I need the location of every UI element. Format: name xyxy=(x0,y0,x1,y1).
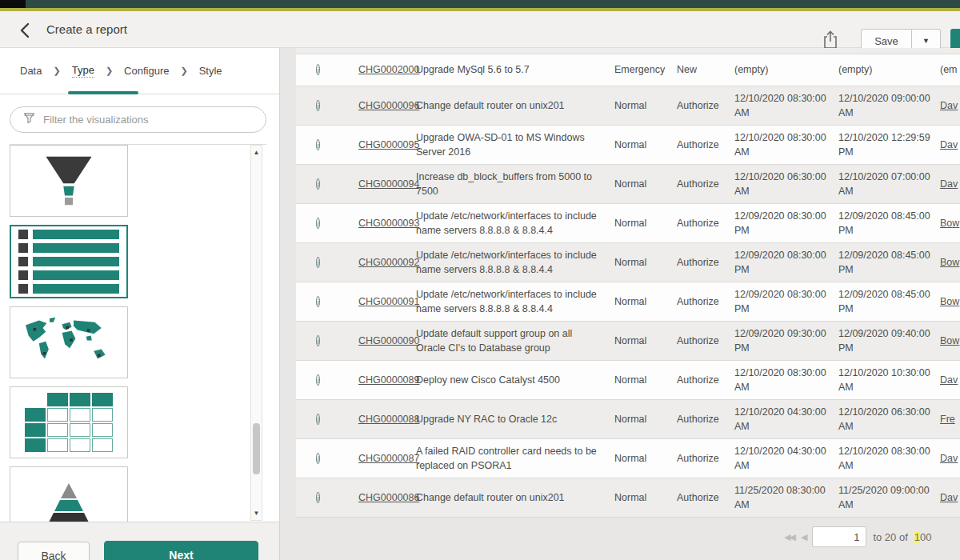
short-description-cell: Increase db_block_buffers from 5000 to 7… xyxy=(416,170,614,198)
end-date-cell: 12/10/2020 10:30:00 AM xyxy=(838,366,940,394)
priority-cell: Normal xyxy=(614,373,677,387)
table-row[interactable]: i CHG0000094 Increase db_block_buffers f… xyxy=(296,165,960,204)
table-row[interactable]: i CHG0002000 Upgrade MySql 5.6 to 5.7 Em… xyxy=(296,54,960,86)
assignee-link[interactable]: Dav xyxy=(940,453,958,464)
next-button[interactable]: Next xyxy=(104,541,258,560)
breadcrumb-step-style[interactable]: Style xyxy=(199,65,222,77)
info-circle-icon[interactable]: i xyxy=(316,296,320,307)
assignee-link[interactable]: Dav xyxy=(940,178,958,190)
start-date-cell: 11/25/2020 08:30:00 AM xyxy=(734,483,838,512)
start-date-cell: 12/10/2020 08:30:00 AM xyxy=(734,91,838,120)
breadcrumb-step-data[interactable]: Data xyxy=(20,65,42,77)
page-number-input[interactable] xyxy=(812,526,866,547)
end-date-cell: 12/09/2020 09:40:00 PM xyxy=(838,326,940,355)
viz-thumb-pyramid[interactable] xyxy=(10,466,128,522)
pagination-total: 100 xyxy=(914,531,932,543)
assignee-link[interactable]: Dav xyxy=(940,492,958,503)
short-description-cell: Update /etc/network/interfaces to includ… xyxy=(416,209,614,238)
change-number-link[interactable]: CHG0000090 xyxy=(358,335,419,346)
state-cell: Authorize xyxy=(677,216,734,230)
scroll-down-icon[interactable]: ▼ xyxy=(251,510,262,517)
priority-cell: Normal xyxy=(614,294,677,309)
viz-thumb-heatmap[interactable] xyxy=(10,386,128,458)
change-number-link[interactable]: CHG0000087 xyxy=(358,453,419,464)
viz-thumb-map[interactable] xyxy=(10,306,128,378)
assignee-link[interactable]: Bow xyxy=(940,335,959,346)
info-circle-icon[interactable]: i xyxy=(316,139,320,150)
back-chevron-icon[interactable] xyxy=(16,21,35,40)
info-circle-icon[interactable]: i xyxy=(316,257,320,268)
viz-thumb-list[interactable] xyxy=(10,225,128,298)
assignee-link[interactable]: Dav xyxy=(940,139,958,150)
assignee-link[interactable]: Bow xyxy=(940,257,959,268)
short-description-cell: A failed RAID controller card needs to b… xyxy=(416,444,614,473)
table-row[interactable]: i CHG0000092 Update /etc/network/interfa… xyxy=(296,243,960,282)
start-date-cell: 12/10/2020 04:30:00 AM xyxy=(734,405,838,434)
change-number-link[interactable]: CHG0000086 xyxy=(358,492,419,503)
priority-cell: Normal xyxy=(614,216,677,230)
page-title: Create a report xyxy=(46,22,127,36)
change-number-link[interactable]: CHG0000088 xyxy=(358,414,419,425)
table-row[interactable]: i CHG0000086 Change default router on un… xyxy=(296,478,960,518)
change-number-link[interactable]: CHG0000092 xyxy=(358,257,419,268)
end-date-cell: 11/25/2020 09:00:00 AM xyxy=(838,483,940,512)
info-circle-icon[interactable]: i xyxy=(316,100,320,111)
change-number-link[interactable]: CHG0000091 xyxy=(358,296,419,307)
end-date-cell: 12/09/2020 08:45:00 PM xyxy=(838,248,940,277)
info-circle-icon[interactable]: i xyxy=(316,218,320,229)
table-row[interactable]: i CHG0000093 Update /etc/network/interfa… xyxy=(296,204,960,243)
scrollbar-thumb[interactable] xyxy=(253,423,260,474)
short-description-cell: Update /etc/network/interfaces to includ… xyxy=(416,287,614,316)
table-row[interactable]: i CHG0000095 Upgrade OWA-SD-01 to MS Win… xyxy=(296,126,960,165)
end-date-cell: 12/10/2020 07:00:00 AM xyxy=(838,170,940,198)
change-number-link[interactable]: CHG0000094 xyxy=(358,178,419,190)
info-circle-icon[interactable]: i xyxy=(316,414,320,425)
change-number-link[interactable]: CHG0000093 xyxy=(358,218,419,229)
sidebar-scrollbar[interactable]: ▲ ▼ xyxy=(250,145,262,521)
info-circle-icon[interactable]: i xyxy=(316,492,320,503)
assignee-link[interactable]: Bow xyxy=(940,296,959,307)
short-description-cell: Update /etc/network/interfaces to includ… xyxy=(416,248,614,277)
scroll-up-icon[interactable]: ▲ xyxy=(251,149,262,156)
start-date-cell: 12/10/2020 04:30:00 AM xyxy=(734,444,838,473)
change-number-link[interactable]: CHG0002000 xyxy=(358,64,419,75)
table-row[interactable]: i CHG0000091 Update /etc/network/interfa… xyxy=(296,282,960,322)
breadcrumb-step-type[interactable]: Type xyxy=(72,64,94,78)
assignee-link[interactable]: Dav xyxy=(940,374,958,386)
info-circle-icon[interactable]: i xyxy=(316,64,320,75)
pagination-range-label: to 20 of xyxy=(873,531,907,543)
table-row[interactable]: i CHG0000089 Deploy new Cisco Catalyst 4… xyxy=(296,361,960,400)
list-chart-icon xyxy=(18,230,119,294)
short-description-cell: Deploy new Cisco Catalyst 4500 xyxy=(416,373,614,387)
info-circle-icon[interactable]: i xyxy=(316,453,320,464)
visualization-filter-input[interactable] xyxy=(43,114,243,126)
info-circle-icon[interactable]: i xyxy=(316,335,320,346)
end-date-cell: 12/10/2020 08:30:00 AM xyxy=(838,444,940,473)
pyramid-chart-icon xyxy=(29,478,109,522)
viz-thumb-funnel[interactable] xyxy=(10,145,128,217)
change-number-link[interactable]: CHG0000089 xyxy=(358,374,419,386)
heatmap-chart-icon xyxy=(25,393,113,452)
previous-page-icon[interactable]: ◀ xyxy=(801,532,806,542)
table-row[interactable]: i CHG0000087 A failed RAID controller ca… xyxy=(296,439,960,478)
short-description-cell: Upgrade OWA-SD-01 to MS Windows Server 2… xyxy=(416,130,614,159)
back-button[interactable]: Back xyxy=(18,542,90,560)
table-row[interactable]: i CHG0000088 Upgrade NY RAC to Oracle 12… xyxy=(296,400,960,439)
assignee-link[interactable]: Fre xyxy=(940,414,955,425)
active-step-indicator xyxy=(68,91,138,94)
info-circle-icon[interactable]: i xyxy=(316,374,320,386)
state-cell: Authorize xyxy=(677,373,734,387)
breadcrumb-step-configure[interactable]: Configure xyxy=(124,65,169,77)
change-number-link[interactable]: CHG0000095 xyxy=(358,139,419,150)
assignee-link[interactable]: Bow xyxy=(940,218,959,229)
report-type-sidebar: Data ❯ Type ❯ Configure ❯ Style xyxy=(0,48,280,560)
table-row[interactable]: i CHG0000096 Change default router on un… xyxy=(296,86,960,126)
priority-cell: Normal xyxy=(614,98,677,113)
change-number-link[interactable]: CHG0000096 xyxy=(358,100,419,111)
assignee-link[interactable]: Dav xyxy=(940,100,958,111)
info-circle-icon[interactable]: i xyxy=(316,178,320,190)
first-page-icon[interactable]: ◀◀ xyxy=(784,532,794,542)
sidebar-footer: Back Next xyxy=(0,522,279,560)
state-cell: Authorize xyxy=(677,334,734,348)
table-row[interactable]: i CHG0000090 Update default support grou… xyxy=(296,322,960,361)
